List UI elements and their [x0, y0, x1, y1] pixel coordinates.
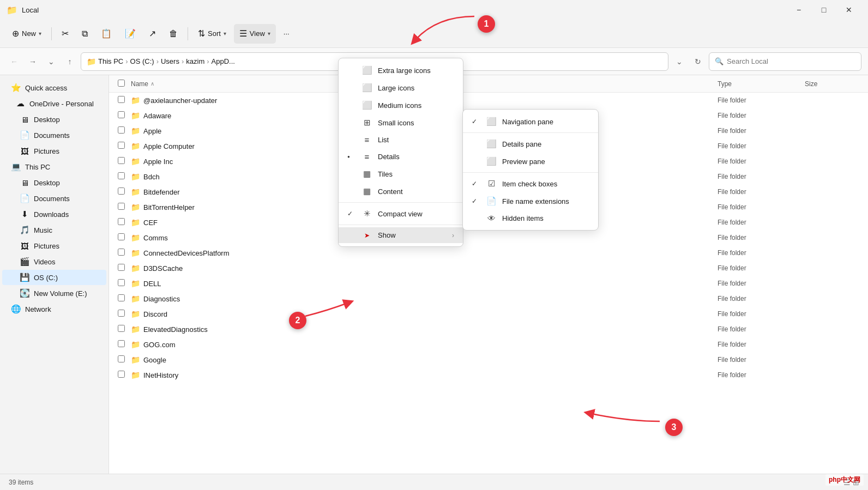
sidebar-item-music[interactable]: 🎵 Music — [2, 222, 106, 238]
sidebar-item-pics-pc[interactable]: 🖼 Pictures — [2, 238, 106, 253]
folder-icon: 📁 — [131, 126, 140, 135]
file-checkbox[interactable] — [118, 157, 125, 164]
forward-button[interactable]: → — [25, 54, 40, 69]
crumb-osc: OS (C:) — [130, 57, 154, 65]
copy-button[interactable]: ⧉ — [76, 24, 93, 44]
menu-extra-large-icons[interactable]: ⬜ Extra large icons — [339, 62, 463, 79]
search-bar[interactable]: 🔍 — [709, 52, 861, 71]
file-checkbox-area — [118, 126, 131, 135]
file-row[interactable]: 📁 Comms File folder — [109, 230, 868, 245]
file-checkbox[interactable] — [118, 249, 125, 256]
file-checkbox[interactable] — [118, 126, 125, 134]
sidebar-item-onedrive[interactable]: ☁ OneDrive - Personal — [2, 96, 106, 111]
sort-button[interactable]: ⇅ Sort ▾ — [192, 24, 232, 44]
close-button[interactable]: ✕ — [836, 1, 861, 19]
file-row[interactable]: 📁 Diagnostics File folder — [109, 291, 868, 306]
file-checkbox[interactable] — [118, 355, 125, 362]
submenu-preview-pane[interactable]: ⬜ Preview pane — [463, 153, 598, 170]
search-input[interactable] — [727, 57, 855, 65]
sidebar-item-docs-qa[interactable]: 📄 Documents — [2, 128, 106, 143]
file-checkbox[interactable] — [118, 264, 125, 271]
file-checkbox[interactable] — [118, 294, 125, 301]
submenu-details-pane[interactable]: ⬜ Details pane — [463, 135, 598, 153]
file-row[interactable]: 📁 INetHistory File folder — [109, 367, 868, 383]
show-icon: ➤ — [361, 232, 372, 239]
view-dropdown-menu: ⬜ Extra large icons ⬜ Large icons ⬜ Medi… — [338, 58, 463, 247]
file-checkbox[interactable] — [118, 310, 125, 317]
menu-list[interactable]: ≡ List — [339, 131, 463, 148]
menu-small-icons[interactable]: ⊞ Small icons — [339, 114, 463, 131]
file-checkbox[interactable] — [118, 340, 125, 347]
file-row[interactable]: 📁 GOG.com File folder — [109, 337, 868, 352]
rename-button[interactable]: 📝 — [119, 24, 141, 44]
sidebar-item-quickaccess[interactable]: ⭐ Quick access — [2, 80, 106, 95]
submenu-file-name-ext[interactable]: ✓ 📄 File name extensions — [463, 192, 598, 210]
file-checkbox[interactable] — [118, 172, 125, 179]
file-checkbox[interactable] — [118, 187, 125, 195]
refresh-button[interactable]: ↻ — [690, 54, 706, 69]
docs-qa-icon: 📄 — [20, 130, 29, 140]
sidebar-item-desktop-qa[interactable]: 🖥 Desktop — [2, 112, 106, 127]
file-row[interactable]: 📁 Google File folder — [109, 352, 868, 367]
recent-button[interactable]: ⌄ — [44, 54, 59, 69]
file-row[interactable]: 📁 ElevatedDiagnostics File folder — [109, 322, 868, 337]
col-size-label: Size — [805, 80, 817, 88]
more-button[interactable]: ··· — [278, 24, 295, 44]
menu-large-icons[interactable]: ⬜ Large icons — [339, 79, 463, 96]
new-button[interactable]: ⊕ New ▾ — [7, 24, 47, 44]
file-checkbox[interactable] — [118, 142, 125, 149]
sidebar-item-network[interactable]: 🌐 Network — [2, 301, 106, 317]
file-checkbox[interactable] — [118, 279, 125, 286]
file-checkbox[interactable] — [118, 218, 125, 225]
menu-details[interactable]: ● ≡ Details — [339, 148, 463, 165]
file-checkbox[interactable] — [118, 325, 125, 332]
file-row[interactable]: 📁 ConnectedDevicesPlatform File folder — [109, 245, 868, 261]
menu-compact-view[interactable]: ✓ ✳ Compact view — [339, 205, 463, 222]
submenu-nav-pane[interactable]: ✓ ⬜ Navigation pane — [463, 113, 598, 130]
check-boxes-check: ✓ — [472, 180, 480, 187]
file-type: File folder — [718, 341, 805, 348]
paste-button[interactable]: 📋 — [95, 24, 117, 44]
submenu-hidden-items[interactable]: 👁 Hidden items — [463, 210, 598, 227]
view-button[interactable]: ☰ View ▾ — [234, 24, 276, 44]
file-checkbox[interactable] — [118, 233, 125, 240]
small-label: Small icons — [378, 119, 454, 127]
dropdown-button[interactable]: ⌄ — [672, 54, 687, 69]
check-boxes-label: Item check boxes — [502, 180, 589, 188]
file-checkbox[interactable] — [118, 96, 125, 103]
col-size-header[interactable]: Size — [805, 80, 859, 88]
extra-large-label: Extra large icons — [378, 66, 454, 75]
sidebar-item-pics-qa[interactable]: 🖼 Pictures — [2, 143, 106, 159]
back-button[interactable]: ← — [7, 54, 22, 69]
file-row[interactable]: 📁 D3DSCache File folder — [109, 261, 868, 276]
file-checkbox[interactable] — [118, 111, 125, 118]
menu-tiles[interactable]: ▦ Tiles — [339, 165, 463, 183]
share-button[interactable]: ↗ — [143, 24, 161, 44]
sidebar-item-new-volume[interactable]: 💽 New Volume (E:) — [2, 286, 106, 301]
sidebar-item-osc[interactable]: 💾 OS (C:) — [2, 270, 106, 285]
maximize-button[interactable]: □ — [811, 1, 836, 19]
delete-button[interactable]: 🗑 — [164, 24, 183, 44]
sidebar: ⭐ Quick access ☁ OneDrive - Personal 🖥 D… — [0, 75, 109, 474]
select-all-checkbox[interactable] — [118, 80, 125, 87]
submenu-item-check-boxes[interactable]: ✓ ☑ Item check boxes — [463, 175, 598, 192]
file-row[interactable]: 📁 Discord File folder — [109, 306, 868, 322]
minimize-button[interactable]: − — [786, 1, 811, 19]
menu-medium-icons[interactable]: ⬜ Medium icons — [339, 96, 463, 114]
sidebar-item-desktop-pc[interactable]: 🖥 Desktop — [2, 175, 106, 190]
file-checkbox[interactable] — [118, 371, 125, 378]
status-bar: 39 items ☰ ⊞ — [0, 474, 868, 490]
col-type-header[interactable]: Type — [718, 80, 805, 88]
up-button[interactable]: ↑ — [62, 54, 77, 69]
sidebar-item-thispc[interactable]: 💻 This PC — [2, 159, 106, 174]
file-row[interactable]: 📁 DELL File folder — [109, 276, 868, 291]
sidebar-item-docs-pc[interactable]: 📄 Documents — [2, 191, 106, 206]
menu-show[interactable]: ➤ Show › — [339, 227, 463, 243]
cut-button[interactable]: ✂ — [56, 24, 74, 44]
sidebar-item-videos[interactable]: 🎬 Videos — [2, 254, 106, 269]
details-pane-icon: ⬜ — [486, 139, 497, 149]
file-row[interactable]: 📁 @axielauncher-updater File folder — [109, 93, 868, 108]
sidebar-item-downloads[interactable]: ⬇ Downloads — [2, 207, 106, 222]
menu-content[interactable]: ▦ Content — [339, 183, 463, 200]
file-checkbox[interactable] — [118, 203, 125, 210]
